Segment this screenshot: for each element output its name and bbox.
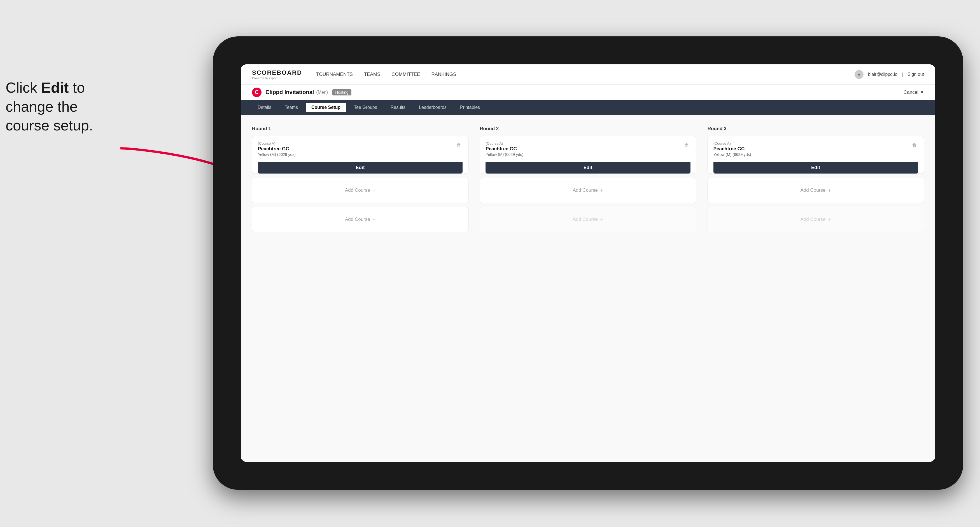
round-1-add-course-1[interactable]: Add Course + (252, 178, 468, 203)
round-2-add-course-2: Add Course + (480, 207, 696, 232)
round-3-course-card: (Course A) Peachtree GC Yellow (M) (6629… (708, 136, 924, 174)
tab-details[interactable]: Details (252, 103, 277, 112)
round-3-add-course-2: Add Course + (708, 207, 924, 232)
round-2-course-details: Yellow (M) (6629 yds) (485, 152, 523, 157)
round-3-delete-icon[interactable]: 🗑 (911, 141, 918, 149)
tournament-bar: C Clippd Invitational (Men) Hosting Canc… (241, 84, 935, 100)
round-2-course-info: (Course A) Peachtree GC Yellow (M) (6629… (485, 141, 523, 161)
round-1-course-name: Peachtree GC (258, 146, 296, 152)
tab-leaderboards[interactable]: Leaderboards (413, 103, 452, 112)
tournament-gender: (Men) (316, 90, 328, 95)
round-2-column: Round 2 (Course A) Peachtree GC Yellow (… (480, 126, 696, 236)
round-1-add-course-text-1: Add Course + (345, 187, 375, 194)
tab-results[interactable]: Results (385, 103, 411, 112)
scoreboard-logo: SCOREBOARD Powered by clippd (252, 69, 302, 80)
round-1-course-info: (Course A) Peachtree GC Yellow (M) (6629… (258, 141, 296, 161)
round-3-add-course-1[interactable]: Add Course + (708, 178, 924, 203)
round-1-course-header: (Course A) Peachtree GC Yellow (M) (6629… (258, 141, 463, 161)
round-2-course-header: (Course A) Peachtree GC Yellow (M) (6629… (485, 141, 690, 161)
nav-rankings[interactable]: RANKINGS (431, 70, 456, 78)
sign-out-link[interactable]: Sign out (907, 72, 924, 77)
top-nav: SCOREBOARD Powered by clippd TOURNAMENTS… (241, 64, 935, 84)
round-2-add-course-text-2: Add Course + (573, 216, 603, 223)
round-3-plus-icon-2: + (828, 216, 831, 223)
tablet-frame: SCOREBOARD Powered by clippd TOURNAMENTS… (213, 37, 963, 490)
round-3-course-details: Yellow (M) (6629 yds) (713, 152, 751, 157)
pipe-divider: | (902, 72, 903, 77)
round-1-course-label: (Course A) (258, 141, 296, 146)
round-2-delete-icon[interactable]: 🗑 (683, 141, 690, 149)
round-3-column: Round 3 (Course A) Peachtree GC Yellow (… (708, 126, 924, 236)
tournament-name: Clippd Invitational (266, 89, 314, 95)
round-2-edit-button[interactable]: Edit (485, 162, 690, 173)
cancel-button[interactable]: Cancel ✕ (904, 89, 924, 95)
tab-printables[interactable]: Printables (455, 103, 485, 112)
round-2-plus-icon-1: + (600, 187, 603, 194)
hosting-badge: Hosting (332, 89, 351, 95)
round-1-delete-icon[interactable]: 🗑 (455, 141, 463, 149)
tab-tee-groups[interactable]: Tee Groups (348, 103, 383, 112)
edit-emphasis: Edit (41, 79, 68, 96)
nav-tournaments[interactable]: TOURNAMENTS (316, 70, 353, 78)
round-3-course-header: (Course A) Peachtree GC Yellow (M) (6629… (713, 141, 918, 161)
rounds-grid: Round 1 (Course A) Peachtree GC Yellow (… (252, 126, 924, 236)
tab-teams[interactable]: Teams (279, 103, 304, 112)
top-nav-right: ● blair@clippd.io | Sign out (854, 70, 924, 79)
round-2-add-course-1[interactable]: Add Course + (480, 178, 696, 203)
round-1-add-course-text-2: Add Course + (345, 216, 375, 223)
round-1-column: Round 1 (Course A) Peachtree GC Yellow (… (252, 126, 468, 236)
nav-committee[interactable]: COMMITTEE (391, 70, 420, 78)
tournament-logo-icon: C (252, 87, 261, 97)
round-2-course-card: (Course A) Peachtree GC Yellow (M) (6629… (480, 136, 696, 174)
round-1-course-details: Yellow (M) (6629 yds) (258, 152, 296, 157)
round-3-plus-icon-1: + (828, 187, 831, 194)
logo-title: SCOREBOARD (252, 69, 302, 76)
round-3-edit-button[interactable]: Edit (713, 162, 918, 173)
round-3-add-course-text-2: Add Course + (800, 216, 831, 223)
round-3-course-label: (Course A) (713, 141, 751, 146)
round-2-add-course-text-1: Add Course + (573, 187, 603, 194)
sub-nav: Details Teams Course Setup Tee Groups Re… (241, 100, 935, 115)
nav-links: TOURNAMENTS TEAMS COMMITTEE RANKINGS (316, 70, 854, 78)
user-email: blair@clippd.io (868, 72, 897, 77)
round-2-course-label: (Course A) (485, 141, 523, 146)
main-content: Round 1 (Course A) Peachtree GC Yellow (… (241, 115, 935, 462)
round-3-add-course-text-1: Add Course + (800, 187, 831, 194)
round-1-edit-button[interactable]: Edit (258, 162, 463, 173)
tablet-screen: SCOREBOARD Powered by clippd TOURNAMENTS… (241, 64, 935, 462)
round-1-plus-icon-1: + (372, 187, 376, 194)
round-1-course-card: (Course A) Peachtree GC Yellow (M) (6629… (252, 136, 468, 174)
round-3-label: Round 3 (708, 126, 924, 132)
instruction-text: Click Edit tochange thecourse setup. (6, 78, 140, 135)
logo-subtitle: Powered by clippd (252, 76, 302, 80)
round-3-course-name: Peachtree GC (713, 146, 751, 152)
cancel-icon: ✕ (920, 89, 924, 95)
user-avatar: ● (854, 70, 864, 79)
round-1-add-course-2[interactable]: Add Course + (252, 207, 468, 232)
tab-course-setup[interactable]: Course Setup (306, 103, 346, 112)
round-2-label: Round 2 (480, 126, 696, 132)
round-1-plus-icon-2: + (372, 216, 376, 223)
round-2-plus-icon-2: + (600, 216, 603, 223)
nav-teams[interactable]: TEAMS (364, 70, 380, 78)
round-1-label: Round 1 (252, 126, 468, 132)
round-3-course-info: (Course A) Peachtree GC Yellow (M) (6629… (713, 141, 751, 161)
round-2-course-name: Peachtree GC (485, 146, 523, 152)
